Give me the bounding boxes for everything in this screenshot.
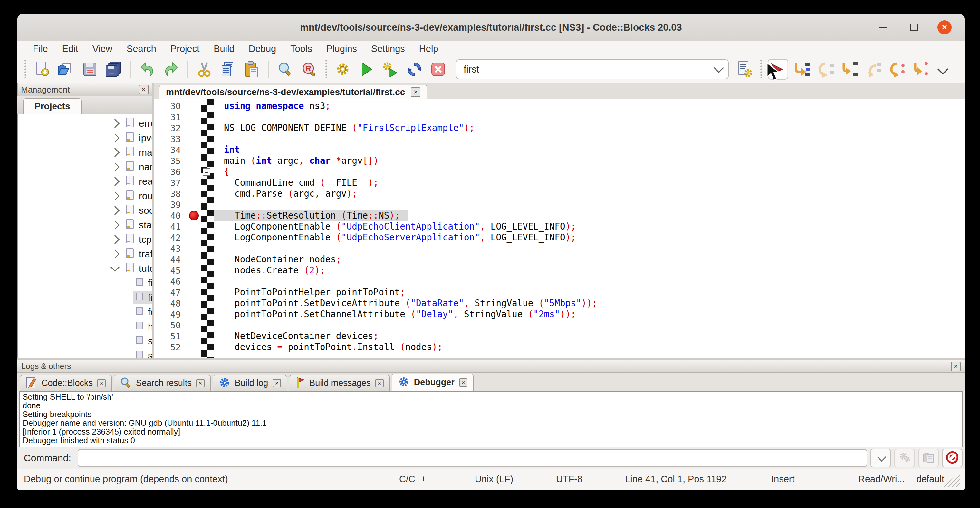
code-line-47[interactable]: 47 PointToPointHelper pointToPoint;	[154, 287, 964, 298]
logs-tab-debugger[interactable]: Debugger ×	[392, 374, 474, 391]
line-number[interactable]: 50	[154, 320, 189, 330]
line-number[interactable]: 30	[154, 101, 189, 111]
abort-button[interactable]	[428, 59, 449, 80]
stop-debugger-button[interactable]	[942, 449, 963, 467]
line-number[interactable]: 35	[154, 156, 189, 166]
tree-item-fo[interactable]: fo	[18, 304, 152, 319]
command-input[interactable]	[78, 449, 867, 467]
tree-item-erro[interactable]: erro	[18, 116, 152, 131]
code-line-41[interactable]: 41 LogComponentEnable ("UdpEchoClientApp…	[154, 221, 964, 232]
menu-project[interactable]: Project	[163, 43, 207, 55]
menu-search[interactable]: Search	[119, 43, 163, 55]
line-number[interactable]: 46	[154, 277, 189, 287]
step-into-button[interactable]	[839, 59, 860, 80]
code-line-49[interactable]: 49 pointToPoint.SetChannelAttribute ("De…	[154, 309, 964, 320]
logs-tab-search-results[interactable]: Search results ×	[114, 375, 211, 391]
menu-plugins[interactable]: Plugins	[319, 43, 364, 55]
tree-item-tuto[interactable]: tuto	[18, 261, 152, 275]
menu-tools[interactable]: Tools	[283, 43, 319, 55]
line-number[interactable]: 33	[154, 134, 189, 144]
new-file-button[interactable]	[32, 59, 52, 80]
toolbar-grip[interactable]	[324, 60, 328, 78]
tree-item-ipv6[interactable]: ipv6	[18, 131, 152, 145]
line-number[interactable]: 44	[154, 255, 189, 264]
tree-expand-chevron[interactable]	[110, 249, 119, 258]
code-line-48[interactable]: 48 pointToPoint.SetDeviceAttribute ("Dat…	[154, 298, 964, 309]
code-line-36[interactable]: 36 {	[154, 166, 964, 177]
tree-item-reall[interactable]: reall	[18, 174, 152, 189]
code-line-35[interactable]: 35 main (int argc, char *argv[])	[154, 155, 964, 166]
tab-close-button[interactable]: ×	[196, 379, 205, 387]
line-number[interactable]: 36	[154, 167, 189, 177]
run-to-cursor-button[interactable]	[792, 59, 812, 80]
run-button[interactable]	[356, 59, 377, 80]
tree-item-trafl[interactable]: trafl	[18, 247, 152, 261]
debug-continue-button[interactable]	[768, 59, 788, 80]
tree-item-he[interactable]: he	[18, 319, 152, 334]
line-number[interactable]: 41	[154, 222, 189, 232]
code-line-51[interactable]: 51 NetDeviceContainer devices;	[154, 331, 964, 342]
editor-tab-close-button[interactable]: ×	[411, 88, 420, 97]
tree-expand-chevron[interactable]	[110, 133, 119, 142]
build-and-run-button[interactable]	[380, 59, 401, 80]
tree-item-mat[interactable]: mat	[18, 145, 152, 159]
titlebar[interactable]: mnt/dev/tools/source/ns-3-dev/examples/t…	[18, 14, 964, 41]
logs-tab-code-blocks[interactable]: Code::Blocks ×	[20, 375, 112, 391]
tree-item-se[interactable]: se	[18, 334, 152, 348]
menu-help[interactable]: Help	[412, 43, 445, 55]
redo-button[interactable]	[161, 59, 181, 80]
step-out-button[interactable]	[863, 59, 884, 80]
tab-close-button[interactable]: ×	[272, 379, 281, 387]
cut-button[interactable]	[194, 59, 215, 80]
line-number[interactable]: 42	[154, 233, 189, 243]
line-number[interactable]: 32	[154, 123, 189, 133]
logs-close-button[interactable]: ×	[951, 361, 961, 371]
line-number[interactable]: 39	[154, 200, 189, 210]
tree-expand-chevron[interactable]	[110, 205, 119, 215]
tree-collapse-chevron[interactable]	[110, 263, 119, 271]
fold-collapse-marker[interactable]	[203, 168, 210, 176]
tree-item-nam[interactable]: nam	[18, 159, 152, 174]
line-number[interactable]: 38	[154, 189, 189, 199]
menu-edit[interactable]: Edit	[55, 43, 85, 55]
tab-projects[interactable]: Projects	[23, 98, 81, 114]
find-button[interactable]	[275, 59, 296, 80]
tree-expand-chevron[interactable]	[110, 162, 119, 171]
tree-item-se[interactable]: se	[18, 348, 152, 358]
line-number[interactable]: 43	[154, 244, 189, 254]
toolbar-grip[interactable]	[759, 60, 764, 78]
tree-item-rout[interactable]: rout	[18, 189, 152, 203]
line-number[interactable]: 47	[154, 288, 189, 298]
menu-file[interactable]: File	[26, 43, 55, 55]
undo-button[interactable]	[137, 59, 158, 80]
copy-log-button[interactable]	[918, 449, 939, 467]
code-line-34[interactable]: 34 int	[154, 144, 964, 155]
save-all-button[interactable]	[103, 59, 124, 80]
logs-tab-build-messages[interactable]: Build messages ×	[289, 375, 390, 391]
code-line-43[interactable]: 43	[154, 243, 964, 254]
tree-expand-chevron[interactable]	[110, 220, 119, 229]
line-number[interactable]: 52	[154, 342, 189, 352]
next-instruction-button[interactable]	[887, 59, 907, 80]
code-line-33[interactable]: 33	[154, 134, 964, 144]
tree-item-sock[interactable]: sock	[18, 203, 152, 218]
debug-tools-button[interactable]	[894, 449, 915, 467]
tree-expand-chevron[interactable]	[110, 148, 119, 157]
tree-item-fif[interactable]: fif	[18, 275, 152, 290]
tree-expand-chevron[interactable]	[110, 177, 119, 186]
code-line-32[interactable]: 32 NS_LOG_COMPONENT_DEFINE ("FirstScript…	[154, 123, 964, 134]
rebuild-button[interactable]	[404, 59, 425, 80]
code-line-37[interactable]: 37 CommandLine cmd (__FILE__);	[154, 177, 964, 188]
logs-tab-build-log[interactable]: Build log ×	[213, 375, 287, 391]
close-button[interactable]: ×	[937, 20, 951, 35]
toolbar-overflow-button[interactable]	[933, 59, 953, 80]
copy-button[interactable]	[218, 59, 239, 80]
editor-tab-first-cc[interactable]: mnt/dev/tools/source/ns-3-dev/examples/t…	[159, 85, 427, 99]
line-number[interactable]: 40	[154, 211, 189, 221]
next-line-button[interactable]	[815, 59, 836, 80]
tree-item-stat[interactable]: stat	[18, 218, 152, 232]
tree-expand-chevron[interactable]	[110, 191, 119, 200]
code-line-42[interactable]: 42 LogComponentEnable ("UdpEchoServerApp…	[154, 232, 964, 243]
management-close-button[interactable]: ×	[139, 85, 148, 94]
line-number[interactable]: 48	[154, 298, 189, 309]
